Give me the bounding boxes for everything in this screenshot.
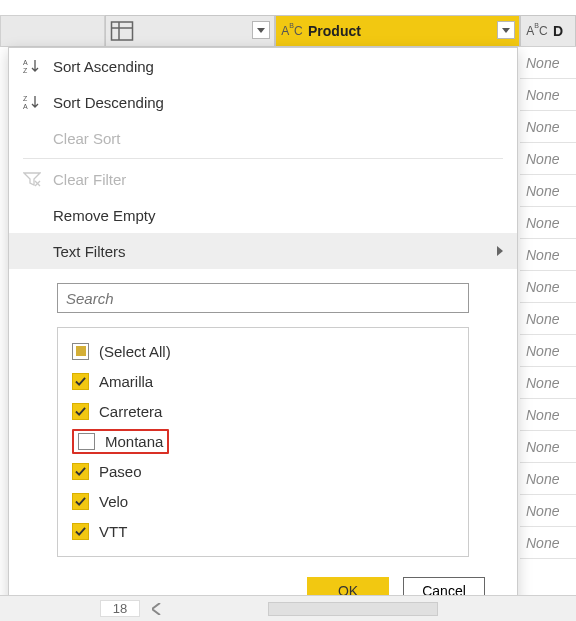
filter-value-row[interactable]: Montana [70, 426, 456, 456]
menu-label: Remove Empty [53, 207, 156, 224]
filter-value-row[interactable]: Amarilla [70, 366, 456, 396]
filter-checklist: (Select All) AmarillaCarreteraMontanaPas… [57, 327, 469, 557]
filter-value-label: Montana [105, 433, 163, 450]
checkbox-unchecked-icon[interactable] [78, 433, 95, 450]
sort-desc-icon: ZA [23, 94, 53, 110]
filter-value-row[interactable]: Carretera [70, 396, 456, 426]
column-header-label: D [553, 23, 563, 39]
data-cell[interactable]: None [520, 495, 576, 527]
table-icon [110, 19, 134, 43]
checkbox-checked-icon[interactable] [72, 373, 89, 390]
data-column: NoneNoneNoneNoneNoneNoneNoneNoneNoneNone… [520, 47, 576, 559]
filter-value-label: (Select All) [99, 343, 171, 360]
column-header-next[interactable]: ABC D [520, 15, 576, 46]
data-cell[interactable]: None [520, 175, 576, 207]
filter-value-label: Amarilla [99, 373, 153, 390]
clear-sort-item: Clear Sort [9, 120, 517, 156]
menu-label: Clear Filter [53, 171, 126, 188]
data-cell[interactable]: None [520, 367, 576, 399]
row-number: 18 [100, 600, 140, 617]
text-type-icon: ABC [525, 24, 549, 38]
sort-descending-item[interactable]: ZA Sort Descending [9, 84, 517, 120]
checkbox-checked-icon[interactable] [72, 493, 89, 510]
menu-label: Sort Descending [53, 94, 164, 111]
data-cell[interactable]: None [520, 303, 576, 335]
scroll-left-icon[interactable] [146, 598, 168, 620]
menu-label: Text Filters [53, 243, 126, 260]
bottom-strip: 18 [0, 595, 576, 621]
filter-popup: AZ Sort Ascending ZA Sort Descending Cle… [8, 47, 518, 621]
menu-label: Clear Sort [53, 130, 121, 147]
horizontal-scrollbar[interactable] [268, 602, 438, 616]
chevron-right-icon [497, 243, 503, 259]
clear-filter-item: Clear Filter [9, 161, 517, 197]
column-header-blank[interactable] [105, 15, 275, 46]
data-cell[interactable]: None [520, 431, 576, 463]
svg-rect-0 [112, 22, 133, 40]
select-all-row[interactable]: (Select All) [70, 336, 456, 366]
filter-value-label: VTT [99, 523, 127, 540]
data-cell[interactable]: None [520, 143, 576, 175]
data-cell[interactable]: None [520, 207, 576, 239]
column-header-product[interactable]: ABC Product [275, 15, 520, 46]
data-cell[interactable]: None [520, 111, 576, 143]
column-headers: ABC Product ABC D [0, 15, 576, 47]
svg-text:A: A [23, 59, 28, 66]
svg-text:A: A [23, 103, 28, 110]
sort-asc-icon: AZ [23, 58, 53, 74]
text-type-icon: ABC [280, 24, 304, 38]
checkbox-checked-icon[interactable] [72, 523, 89, 540]
data-cell[interactable]: None [520, 335, 576, 367]
svg-text:Z: Z [23, 95, 28, 102]
filter-value-row[interactable]: VTT [70, 516, 456, 546]
menu-separator [23, 158, 503, 159]
filter-value-label: Velo [99, 493, 128, 510]
data-cell[interactable]: None [520, 79, 576, 111]
data-cell[interactable]: None [520, 399, 576, 431]
data-cell[interactable]: None [520, 271, 576, 303]
filter-value-label: Carretera [99, 403, 162, 420]
data-cell[interactable]: None [520, 527, 576, 559]
highlighted-filter-row: Montana [72, 429, 169, 454]
clear-filter-icon [23, 171, 53, 187]
sort-ascending-item[interactable]: AZ Sort Ascending [9, 48, 517, 84]
checkbox-checked-icon[interactable] [72, 463, 89, 480]
column-dropdown-icon[interactable] [252, 21, 270, 39]
checkbox-indeterminate-icon[interactable] [72, 343, 89, 360]
filter-value-row[interactable]: Paseo [70, 456, 456, 486]
data-cell[interactable]: None [520, 239, 576, 271]
data-cell[interactable]: None [520, 463, 576, 495]
filter-value-label: Paseo [99, 463, 142, 480]
column-dropdown-icon[interactable] [497, 21, 515, 39]
row-header-gutter [0, 15, 105, 46]
filter-value-row[interactable]: Velo [70, 486, 456, 516]
text-filters-item[interactable]: Text Filters [9, 233, 517, 269]
svg-text:Z: Z [23, 67, 28, 74]
column-header-label: Product [308, 23, 361, 39]
search-wrap [9, 269, 517, 319]
remove-empty-item[interactable]: Remove Empty [9, 197, 517, 233]
data-cell[interactable]: None [520, 47, 576, 79]
search-input[interactable] [57, 283, 469, 313]
checkbox-checked-icon[interactable] [72, 403, 89, 420]
menu-label: Sort Ascending [53, 58, 154, 75]
